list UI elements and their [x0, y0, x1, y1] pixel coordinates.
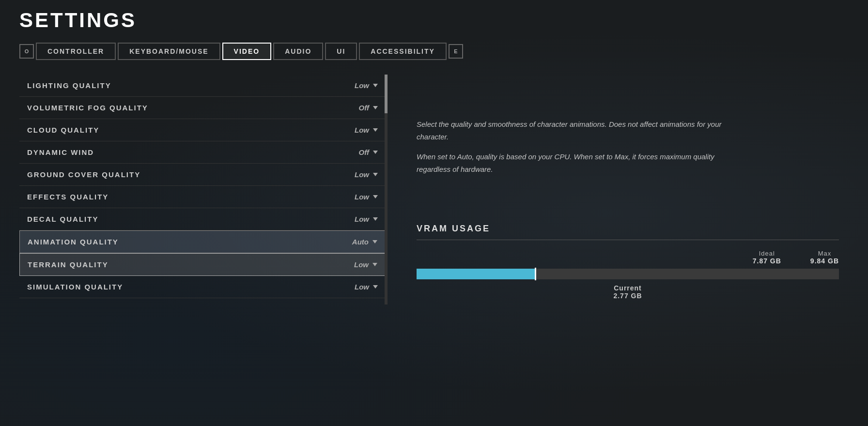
tab-prefix-icon: O: [19, 44, 34, 59]
chevron-down-icon: [373, 106, 378, 109]
setting-row-volumetric-fog[interactable]: VOLUMETRIC FOG QUALITY Off: [19, 97, 388, 119]
chevron-down-icon: [372, 240, 377, 243]
setting-row-cloud-quality[interactable]: CLOUD QUALITY Low: [19, 119, 388, 141]
scroll-track[interactable]: [385, 75, 388, 304]
setting-row-decal-quality[interactable]: DECAL QUALITY Low: [19, 208, 388, 230]
tab-keyboard-mouse[interactable]: KEYBOARD/MOUSE: [118, 43, 220, 60]
chevron-down-icon: [373, 128, 378, 132]
setting-row-lighting-quality[interactable]: LIGHTING QUALITY Low: [19, 75, 388, 97]
chevron-down-icon: [373, 217, 378, 221]
settings-list: LIGHTING QUALITY Low VOLUMETRIC FOG QUAL…: [19, 75, 388, 304]
setting-value-effects: Low: [355, 193, 378, 201]
vram-bar-container: [417, 269, 839, 279]
setting-row-animation-quality[interactable]: ANIMATION QUALITY Auto: [19, 230, 388, 253]
vram-max-group: Max 9.84 GB: [810, 250, 839, 265]
vram-section: VRAM USAGE Ideal 7.87 GB Max 9.84 GB: [417, 224, 839, 300]
vram-bar-fill: [417, 269, 535, 279]
setting-label-ground-cover: GROUND COVER QUALITY: [27, 170, 140, 179]
vram-divider: [417, 240, 839, 240]
vram-title: VRAM USAGE: [417, 224, 839, 234]
tab-bar: O CONTROLLER KEYBOARD/MOUSE VIDEO AUDIO …: [19, 43, 849, 60]
tab-ui[interactable]: UI: [325, 43, 357, 60]
vram-max-label: Max: [810, 250, 839, 257]
chevron-down-icon: [373, 173, 378, 176]
setting-row-effects-quality[interactable]: EFFECTS QUALITY Low: [19, 186, 388, 208]
chevron-down-icon: [373, 151, 378, 154]
chevron-down-icon: [373, 84, 378, 87]
tab-audio[interactable]: AUDIO: [273, 43, 323, 60]
description-text: Select the quality and smoothness of cha…: [417, 118, 746, 175]
description-paragraph-2: When set to Auto, quality is based on yo…: [417, 151, 746, 175]
tab-accessibility[interactable]: ACCESSIBILITY: [359, 43, 447, 60]
vram-current-value: 2.77 GB: [417, 292, 839, 300]
setting-row-ground-cover[interactable]: GROUND COVER QUALITY Low: [19, 164, 388, 186]
setting-label-decal: DECAL QUALITY: [27, 215, 98, 223]
vram-ideal-value: 7.87 GB: [753, 257, 781, 265]
scroll-thumb[interactable]: [385, 75, 388, 113]
setting-label-wind: DYNAMIC WIND: [27, 148, 94, 156]
page-title: SETTINGS: [19, 9, 849, 32]
vram-ideal-group: Ideal 7.87 GB: [753, 250, 781, 265]
setting-label-simulation: SIMULATION QUALITY: [27, 283, 123, 291]
setting-label-terrain: TERRAIN QUALITY: [28, 260, 108, 269]
setting-value-animation: Auto: [352, 238, 377, 246]
setting-label-effects: EFFECTS QUALITY: [27, 193, 108, 201]
setting-value-cloud: Low: [355, 126, 378, 134]
vram-marker: [535, 268, 536, 280]
setting-value-simulation: Low: [355, 283, 378, 291]
setting-row-simulation-quality[interactable]: SIMULATION QUALITY Low: [19, 276, 388, 298]
setting-value-lighting: Low: [355, 81, 378, 90]
setting-value-ground-cover: Low: [355, 170, 378, 179]
setting-label-cloud: CLOUD QUALITY: [27, 126, 99, 134]
setting-label-animation: ANIMATION QUALITY: [28, 238, 119, 246]
tab-controller[interactable]: CONTROLLER: [36, 43, 116, 60]
setting-label-lighting: LIGHTING QUALITY: [27, 81, 111, 90]
vram-current-group: Current 2.77 GB: [417, 284, 839, 300]
tab-suffix-icon: E: [449, 44, 463, 59]
vram-ideal-label: Ideal: [753, 250, 781, 257]
chevron-down-icon: [373, 285, 378, 289]
tab-video[interactable]: VIDEO: [222, 43, 272, 60]
info-panel: Select the quality and smoothness of cha…: [407, 75, 849, 304]
vram-max-value: 9.84 GB: [810, 257, 839, 265]
setting-value-fog: Off: [359, 104, 378, 112]
setting-row-terrain-quality[interactable]: TERRAIN QUALITY Low: [19, 253, 388, 276]
chevron-down-icon: [372, 263, 377, 266]
setting-label-fog: VOLUMETRIC FOG QUALITY: [27, 104, 148, 112]
setting-value-terrain: Low: [354, 260, 377, 269]
setting-value-decal: Low: [355, 215, 378, 223]
vram-current-label: Current: [417, 284, 839, 292]
description-paragraph-1: Select the quality and smoothness of cha…: [417, 118, 746, 143]
main-content: LIGHTING QUALITY Low VOLUMETRIC FOG QUAL…: [19, 75, 849, 304]
setting-value-wind: Off: [359, 148, 378, 156]
setting-row-dynamic-wind[interactable]: DYNAMIC WIND Off: [19, 141, 388, 164]
vram-labels: Ideal 7.87 GB Max 9.84 GB: [417, 250, 839, 265]
chevron-down-icon: [373, 195, 378, 198]
